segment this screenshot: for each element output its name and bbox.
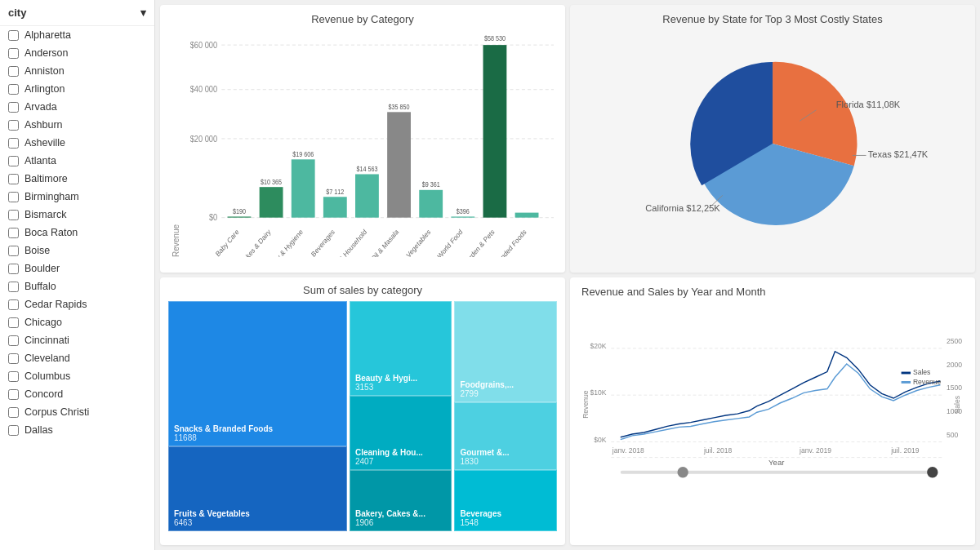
- treemap-value-gourmet: 1830: [460, 457, 551, 466]
- treemap-label-bakery: Bakery, Cakes &...: [355, 509, 447, 518]
- checkbox-columbus[interactable]: [8, 371, 19, 382]
- checkbox-anderson[interactable]: [8, 48, 19, 59]
- sidebar-label: Boise: [24, 245, 50, 256]
- checkbox-buffalo[interactable]: [8, 282, 19, 292]
- treemap-title: Sum of sales by category: [168, 284, 557, 296]
- pie-chart-svg: Florida $11,08K Texas $21,47K California…: [581, 30, 964, 257]
- svg-text:$14 563: $14 563: [356, 165, 378, 173]
- svg-text:Sales: Sales: [913, 368, 930, 376]
- sidebar-item-anniston[interactable]: Anniston: [0, 62, 154, 80]
- treemap-cell-foodgrains: Foodgrains,... 2799: [454, 301, 557, 402]
- checkbox-chicago[interactable]: [8, 317, 19, 328]
- svg-text:$190: $190: [233, 207, 247, 215]
- svg-rect-64: [902, 381, 911, 384]
- svg-text:500: 500: [947, 431, 959, 439]
- checkbox-boca-raton[interactable]: [8, 228, 19, 238]
- line-chart-title: Revenue and Sales by Year and Month: [581, 286, 964, 298]
- pie-chart-title: Revenue by State for Top 3 Most Costly S…: [581, 13, 964, 25]
- checkbox-anniston[interactable]: [8, 66, 19, 77]
- checkbox-asheville[interactable]: [8, 138, 19, 149]
- sidebar-label: Arlington: [24, 83, 65, 95]
- svg-point-67: [677, 467, 688, 477]
- sidebar-item-concord[interactable]: Concord: [0, 385, 154, 403]
- sidebar-item-alpharetta[interactable]: Alpharetta: [0, 26, 154, 44]
- svg-rect-8: [228, 216, 252, 217]
- svg-rect-62: [902, 372, 911, 375]
- sidebar-item-asheville[interactable]: Asheville: [0, 134, 154, 152]
- checkbox-bismarck[interactable]: [8, 210, 19, 220]
- checkbox-alpharetta[interactable]: [8, 30, 19, 41]
- sidebar-label: Birmingham: [24, 191, 79, 202]
- bar-chart-card: Revenue by Category Revenue $60 000 $40 …: [160, 5, 565, 273]
- sidebar-item-arlington[interactable]: Arlington: [0, 80, 154, 98]
- checkbox-boulder[interactable]: [8, 264, 19, 274]
- bar-chart-title: Revenue by Category: [172, 13, 554, 25]
- svg-rect-12: [292, 159, 315, 217]
- svg-text:Revenue: Revenue: [913, 378, 942, 386]
- sidebar-item-dallas[interactable]: Dallas: [0, 421, 154, 439]
- checkbox-cincinnati[interactable]: [8, 335, 19, 346]
- svg-rect-24: [483, 45, 507, 218]
- sidebar-item-atlanta[interactable]: Atlanta: [0, 152, 154, 170]
- svg-text:$9 361: $9 361: [422, 181, 440, 189]
- sidebar-label: Asheville: [24, 137, 65, 149]
- sidebar-item-boca-raton[interactable]: Boca Raton: [0, 224, 154, 242]
- sidebar-item-baltimore[interactable]: Baltimore: [0, 170, 154, 188]
- sidebar-label: Boulder: [24, 263, 60, 274]
- svg-text:$60 000: $60 000: [190, 40, 218, 50]
- sidebar-title: city: [8, 7, 26, 19]
- bar-chart-inner: $60 000 $40 000 $20 000 $0 $190 $10 365 …: [184, 30, 554, 257]
- checkbox-atlanta[interactable]: [8, 156, 19, 166]
- sidebar-label: Cincinnati: [24, 335, 69, 346]
- sidebar-label: Boca Raton: [24, 227, 78, 238]
- svg-text:$20 000: $20 000: [190, 134, 218, 144]
- svg-text:Baby Care: Baby Care: [214, 227, 240, 257]
- sidebar-item-bismarck[interactable]: Bismarck: [0, 206, 154, 224]
- checkbox-cleveland[interactable]: [8, 353, 19, 364]
- sidebar-item-arvada[interactable]: Arvada: [0, 98, 154, 116]
- sidebar-item-ashburn[interactable]: Ashburn: [0, 116, 154, 134]
- city-filter-sidebar[interactable]: city ▾ AlpharettaAndersonAnnistonArlingt…: [0, 0, 155, 550]
- treemap-cell-bakery: Bakery, Cakes &... 1906: [350, 470, 452, 531]
- treemap-cell-snacks: Snacks & Branded Foods 11688: [168, 301, 347, 446]
- line-chart-area: $20K $10K $0K 2500 2000 1500 1000 500 Re…: [581, 303, 964, 530]
- line-chart-svg: $20K $10K $0K 2500 2000 1500 1000 500 Re…: [581, 303, 964, 530]
- sidebar-item-corpus-christi[interactable]: Corpus Christi: [0, 403, 154, 421]
- checkbox-boise[interactable]: [8, 246, 19, 256]
- checkbox-arvada[interactable]: [8, 102, 19, 113]
- sidebar-item-columbus[interactable]: Columbus: [0, 367, 154, 385]
- svg-text:$0: $0: [209, 213, 218, 223]
- sidebar-label: Atlanta: [24, 155, 56, 166]
- treemap-value-beauty: 3153: [355, 383, 447, 392]
- sidebar-label: Bismarck: [24, 209, 66, 220]
- sidebar-item-buffalo[interactable]: Buffalo: [0, 277, 154, 295]
- treemap-label-beauty: Beauty & Hygi...: [355, 374, 447, 383]
- checkbox-arlington[interactable]: [8, 84, 19, 95]
- svg-text:$10K: $10K: [590, 388, 607, 397]
- checkbox-corpus-christi[interactable]: [8, 407, 19, 418]
- treemap-value-fruits: 6463: [174, 518, 341, 527]
- sidebar-item-cedar-rapids[interactable]: Cedar Rapids: [0, 295, 154, 313]
- checkbox-dallas[interactable]: [8, 425, 19, 436]
- chevron-down-icon[interactable]: ▾: [140, 7, 146, 19]
- checkbox-ashburn[interactable]: [8, 120, 19, 131]
- sidebar-item-boulder[interactable]: Boulder: [0, 259, 154, 277]
- svg-text:Beverages: Beverages: [310, 228, 336, 257]
- checkbox-baltimore[interactable]: [8, 174, 19, 184]
- svg-text:janv. 2019: janv. 2019: [799, 446, 831, 455]
- checkbox-concord[interactable]: [8, 389, 19, 400]
- sidebar-item-birmingham[interactable]: Birmingham: [0, 188, 154, 206]
- sidebar-item-cleveland[interactable]: Cleveland: [0, 349, 154, 367]
- checkbox-birmingham[interactable]: [8, 192, 19, 202]
- pie-chart-card: Revenue by State for Top 3 Most Costly S…: [570, 5, 975, 273]
- treemap-cell-cleaning: Cleaning & Hou... 2407: [350, 396, 452, 470]
- checkbox-cedar-rapids[interactable]: [8, 299, 19, 310]
- svg-rect-20: [419, 190, 443, 218]
- sidebar-item-anderson[interactable]: Anderson: [0, 44, 154, 62]
- sidebar-item-chicago[interactable]: Chicago: [0, 313, 154, 331]
- sidebar-header: city ▾: [0, 0, 154, 26]
- sidebar-item-cincinnati[interactable]: Cincinnati: [0, 331, 154, 349]
- sidebar-item-boise[interactable]: Boise: [0, 242, 154, 259]
- sidebar-label: Arvada: [24, 101, 57, 113]
- svg-text:$20K: $20K: [590, 342, 607, 350]
